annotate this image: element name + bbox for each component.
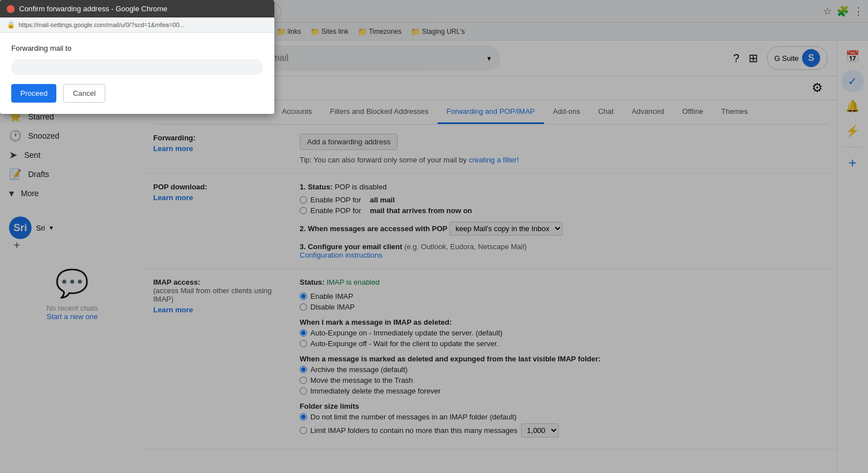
modal-title-bar: Confirm forwarding address - Google Chro… (0, 0, 274, 17)
cancel-button[interactable]: Cancel (63, 84, 105, 103)
modal-url: https://mail-settings.google.com/mail/u/… (19, 21, 185, 28)
modal-url-bar: 🔒 https://mail-settings.google.com/mail/… (0, 17, 274, 33)
modal-label: Forwarding mail to (11, 44, 263, 52)
confirm-forward-modal: Confirm forwarding address - Google Chro… (0, 0, 274, 114)
modal-buttons: Proceed Cancel (11, 84, 263, 103)
lock-icon: 🔒 (7, 21, 15, 29)
modal-close-button[interactable] (7, 5, 15, 13)
proceed-button[interactable]: Proceed (11, 84, 56, 103)
modal-body: Forwarding mail to Proceed Cancel (0, 33, 274, 114)
modal-title: Confirm forwarding address - Google Chro… (19, 5, 167, 13)
modal-email-display (11, 59, 263, 75)
